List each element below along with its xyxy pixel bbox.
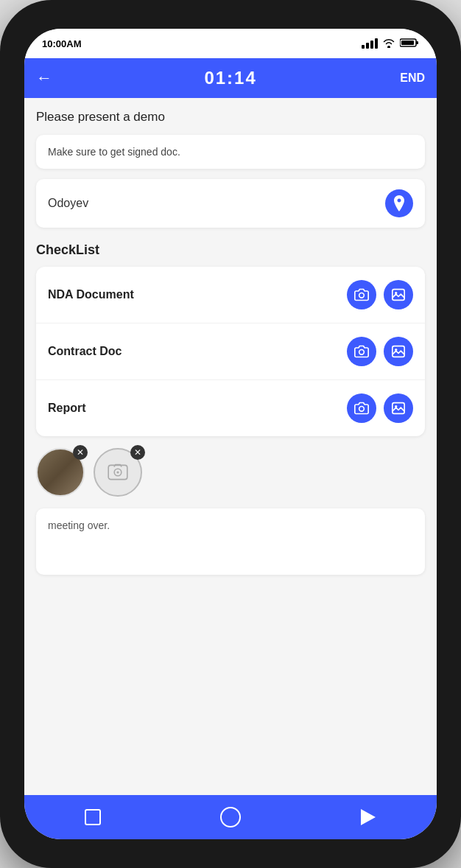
gallery-button[interactable] xyxy=(384,337,413,366)
page-title: Please present a demo xyxy=(36,110,425,125)
signal-icon xyxy=(362,38,378,49)
status-bar: 10:00AM xyxy=(24,29,437,58)
svg-point-11 xyxy=(116,471,119,473)
content-area: Please present a demo Make sure to get s… xyxy=(24,98,437,795)
remove-photo-button[interactable]: ✕ xyxy=(130,445,145,460)
gallery-button[interactable] xyxy=(384,393,413,423)
end-button[interactable]: END xyxy=(400,71,425,85)
checklist-item-label: NDA Document xyxy=(48,288,134,301)
triangle-icon xyxy=(361,809,376,825)
bottom-nav xyxy=(24,795,437,839)
checklist-item: Contract Doc xyxy=(36,323,425,380)
checklist-item-label: Report xyxy=(48,402,86,415)
photo-thumbnails: ✕ ✕ xyxy=(36,448,425,497)
nav-back-button[interactable] xyxy=(355,804,381,830)
checklist-section-title: CheckList xyxy=(36,242,425,258)
note-card: Make sure to get signed doc. xyxy=(36,135,425,169)
checklist-item-label: Contract Doc xyxy=(48,345,122,358)
status-time: 10:00AM xyxy=(42,38,81,49)
location-pin-icon[interactable] xyxy=(385,189,413,217)
checklist-item-actions xyxy=(347,337,413,366)
back-button[interactable]: ← xyxy=(36,69,52,88)
checklist-item-actions xyxy=(347,280,413,309)
phone-device: 10:00AM xyxy=(0,0,461,868)
phone-screen: 10:00AM xyxy=(24,29,437,839)
notes-card[interactable]: meeting over. xyxy=(36,508,425,575)
location-card[interactable]: Odoyev xyxy=(36,179,425,228)
svg-rect-3 xyxy=(393,290,404,301)
notes-text: meeting over. xyxy=(48,519,110,531)
status-icons xyxy=(362,38,419,50)
camera-button[interactable] xyxy=(347,280,376,309)
checklist-container: NDA Document xyxy=(36,267,425,436)
square-icon xyxy=(85,809,101,825)
battery-icon xyxy=(400,38,419,50)
gallery-button[interactable] xyxy=(384,280,413,309)
camera-button[interactable] xyxy=(347,393,376,423)
timer-display: 01:14 xyxy=(61,68,400,88)
nav-square-button[interactable] xyxy=(80,804,106,830)
remove-photo-button[interactable]: ✕ xyxy=(73,445,88,460)
circle-icon xyxy=(220,807,241,827)
thumbnail-wrapper: ✕ xyxy=(36,448,85,497)
checklist-item: NDA Document xyxy=(36,267,425,323)
nav-home-button[interactable] xyxy=(217,804,244,830)
header: ← 01:14 END xyxy=(24,58,437,98)
note-text: Make sure to get signed doc. xyxy=(48,146,180,158)
checklist-item-actions xyxy=(347,393,413,423)
wifi-icon xyxy=(382,38,395,50)
location-name: Odoyev xyxy=(48,197,88,210)
camera-button[interactable] xyxy=(347,337,376,366)
svg-rect-7 xyxy=(393,403,404,414)
checklist-item: Report xyxy=(36,380,425,436)
svg-rect-5 xyxy=(393,346,404,357)
svg-rect-2 xyxy=(401,41,414,45)
svg-rect-1 xyxy=(416,41,418,44)
thumbnail-wrapper: ✕ xyxy=(94,448,142,497)
